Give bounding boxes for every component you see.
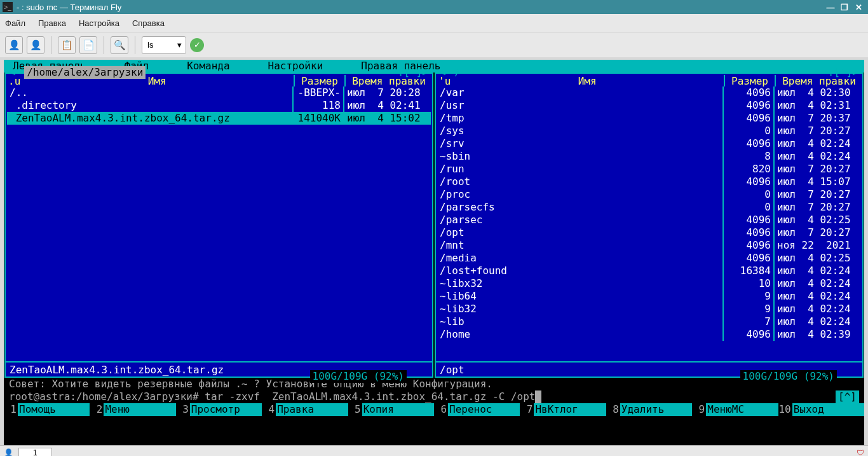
file-time: июл 4 02:39 [775,328,861,341]
fkey-10[interactable]: 10Выход [778,403,864,416]
menu-edit[interactable]: Правка [38,18,66,28]
fkey-6[interactable]: 6Перенос [434,403,520,416]
copy-button[interactable]: 📋 [58,36,76,54]
file-row[interactable]: /home4096июл 4 02:39 [437,328,861,341]
mc-menu-options[interactable]: Настройки [268,60,323,73]
file-size: 10 [724,277,775,290]
file-size: 141040K [294,112,344,125]
file-name: /parsec [437,214,724,226]
remove-bookmark-button[interactable]: 👤 [27,36,44,54]
file-row[interactable]: /run820июл 7 20:27 [437,163,861,176]
file-row[interactable]: /opt4096июл 7 20:27 [437,226,861,239]
taskbar-tab[interactable]: 1 [18,448,52,457]
fkey-num: 3 [176,403,190,416]
mc-menu-command[interactable]: Команда [187,60,229,73]
fkey-2[interactable]: 2Меню [90,403,175,416]
menu-help[interactable]: Справка [132,18,165,28]
file-name: /root [437,176,724,188]
fkey-label: Помощь [18,403,90,416]
fkey-1[interactable]: 1Помощь [4,403,90,416]
file-name: /parsecfs [437,201,724,214]
fkey-num: 9 [692,403,706,416]
fkey-8[interactable]: 8Удалить [606,403,692,416]
search-button[interactable]: 🔍 [111,36,128,54]
file-size: 4096 [724,176,775,188]
fkey-label: Копия [362,403,434,416]
file-row[interactable]: /parsecfs0июл 7 20:27 [437,201,861,214]
file-time: июл 4 02:24 [775,265,861,277]
file-time: июл 7 20:27 [775,226,861,239]
window-titlebar: >_ - : sudo mc — Терминал Fly — ❐ ✕ [0,0,868,14]
prompt-tag: [^] [836,390,859,403]
file-row[interactable]: .directory118июл 4 02:41 [7,99,431,112]
file-row[interactable]: /parsec4096июл 4 02:25 [437,214,861,226]
file-size: 4096 [724,226,775,239]
file-size: 4096 [724,239,775,252]
file-time: июл 4 02:41 [344,99,431,112]
menu-settings[interactable]: Настройка [79,18,119,28]
col-name[interactable]: Имя [451,75,724,86]
menu-file[interactable]: Файл [5,18,25,28]
left-panel-header: <- /home/alex/Загрузки [10,66,146,79]
file-row[interactable]: /sys0июл 7 20:27 [437,125,861,137]
file-name: ~sbin [437,150,724,163]
function-keys: 1Помощь2Меню3Просмотр4Правка5Копия6Перен… [4,403,864,416]
file-row[interactable]: /srv4096июл 4 02:24 [437,137,861,150]
file-name: /media [437,252,724,265]
file-time: июл 4 02:30 [775,86,861,99]
paste-button[interactable]: 📄 [79,36,97,54]
minimize-button[interactable]: — [824,3,837,12]
file-size: 4096 [724,214,775,226]
fkey-num: 7 [520,403,534,416]
maximize-button[interactable]: ❐ [837,3,851,12]
fkey-4[interactable]: 4Правка [262,403,348,416]
col-size[interactable]: Размер [725,75,776,86]
file-size: 0 [724,201,775,214]
user-icon[interactable]: 👤 [4,448,13,457]
file-row[interactable]: /tmp4096июл 7 20:37 [437,112,861,125]
file-time: июл 7 20:37 [775,112,861,125]
file-row[interactable]: ~sbin8июл 4 02:24 [437,150,861,163]
shield-icon[interactable]: 🛡 [857,448,864,457]
right-panel[interactable]: <- / .[^]> 'uИмя Размер Время правки /va… [435,73,864,378]
command-select[interactable]: ls [142,36,186,54]
file-row[interactable]: ~libx3210июл 4 02:24 [437,277,861,290]
app-taskbar: 👤 1 🛡 [0,445,868,456]
file-name: /tmp [437,112,724,125]
fkey-7[interactable]: 7НвКтлог [520,403,606,416]
file-row[interactable]: /..-ВВЕРХ-июл 7 20:28 [7,86,431,99]
close-button[interactable]: ✕ [851,3,865,12]
file-row[interactable]: /root4096июл 4 15:07 [437,176,861,188]
fkey-num: 1 [4,403,18,416]
file-time: ноя 22 2021 [775,239,861,252]
fkey-9[interactable]: 9МенюMC [692,403,778,416]
fkey-5[interactable]: 5Копия [348,403,434,416]
file-name: ~lib64 [437,290,724,303]
left-panel[interactable]: <- /home/alex/Загрузки .[^]> .uИмя Разме… [4,73,433,378]
file-size: 4096 [724,86,775,99]
file-name: /run [437,163,724,176]
file-row[interactable]: ~lib329июл 4 02:24 [437,303,861,315]
file-time: июл 4 02:25 [775,214,861,226]
file-row[interactable]: /media4096июл 4 02:25 [437,252,861,265]
command-prompt[interactable]: root@astra:/home/alex/Загрузки# tar -zxv… [4,390,864,403]
add-bookmark-button[interactable]: 👤 [5,36,23,54]
cursor-icon [535,390,541,403]
file-row[interactable]: /lost+found16384июл 4 02:24 [437,265,861,277]
fkey-3[interactable]: 3Просмотр [176,403,262,416]
file-size: 118 [294,99,344,112]
fkey-label: Выход [792,403,864,416]
file-row[interactable]: ~lib7июл 4 02:24 [437,315,861,328]
file-row[interactable]: ZenTaoALM.max4.3.int.zbox_64.tar.gz14104… [7,112,431,125]
file-row[interactable]: /mnt4096ноя 22 2021 [437,239,861,252]
file-row[interactable]: ~lib649июл 4 02:24 [437,290,861,303]
mc-panels: <- /home/alex/Загрузки .[^]> .uИмя Разме… [4,73,864,378]
file-row[interactable]: /proc0июл 7 20:27 [437,188,861,201]
select-value: ls [147,40,153,50]
file-time: июл 4 02:24 [775,290,861,303]
col-size[interactable]: Размер [295,75,346,86]
run-button[interactable]: ✓ [190,38,204,52]
file-row[interactable]: /var4096июл 4 02:30 [437,86,861,99]
fkey-label: НвКтлог [534,403,606,416]
file-row[interactable]: /usr4096июл 4 02:31 [437,99,861,112]
